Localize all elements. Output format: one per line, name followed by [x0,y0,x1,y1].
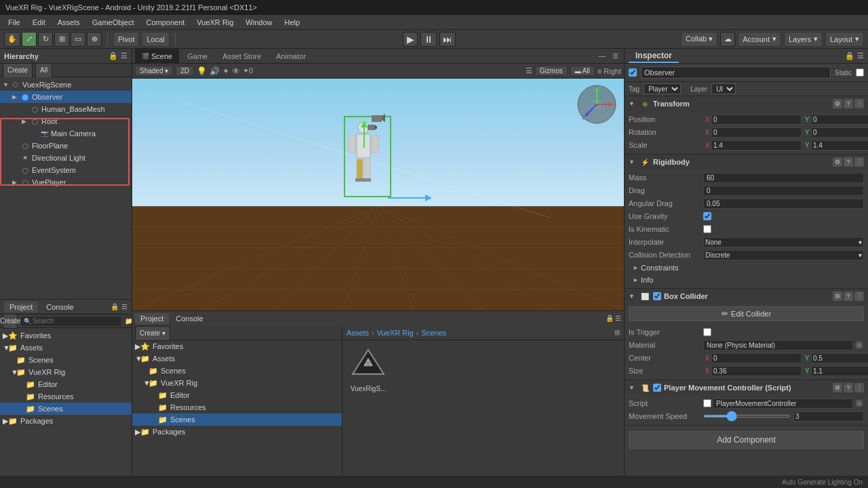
rotate-tool[interactable]: ↻ [38,32,53,47]
scale-tool[interactable]: ⊞ [54,32,69,47]
scene-maximize-icon[interactable]: ☰ [610,52,621,60]
tab-project-bottom[interactable]: Project [135,313,169,324]
bc-help-btn[interactable]: ? [844,291,853,301]
scale-x-input[interactable] [711,140,802,150]
boxcollider-enable[interactable] [653,292,661,300]
layers-filter-btn[interactable]: ▬ All [570,66,595,76]
project-item-vuexrrig[interactable]: ▼ 📁 VueXR Rig [0,366,132,378]
pm-enable[interactable] [653,384,661,392]
material-input[interactable] [703,340,853,350]
playermovement-header[interactable]: ▼ 📜 Player Movement Controller (Script) … [625,380,868,395]
menu-assets[interactable]: Assets [52,17,85,28]
hierarchy-item-directionallight[interactable]: ☀ Directional Light [0,152,132,164]
rb-overflow-btn[interactable]: ⋮ [854,157,864,167]
hierarchy-item-maincamera[interactable]: 📷 Main Camera [0,127,132,140]
tab-scene[interactable]: 🎬 Scene [135,49,179,64]
rot-y-input[interactable] [811,127,868,138]
tab-animator[interactable]: Animator [269,49,313,64]
center-y-input[interactable] [811,353,868,363]
cloud-button[interactable]: ☁ [720,32,735,47]
tab-console[interactable]: Console [41,302,79,312]
transform-header[interactable]: ▼ ⊕ Transform ⚙ ? ⋮ [625,96,868,111]
bottom-menu-icon[interactable]: ☰ [615,314,621,322]
project-icon1[interactable]: 📁 [125,317,132,325]
gizmos-btn[interactable]: Gizmos [535,66,568,76]
edit-collider-btn[interactable]: ✏ Edit Collider [629,306,864,321]
file-create-btn[interactable]: Create ▾ [135,326,170,341]
tab-console-bottom[interactable]: Console [170,313,208,324]
collision-dropdown[interactable]: Discrete ▾ [703,250,864,260]
script-check[interactable] [703,399,711,407]
hierarchy-search-btn[interactable]: All [35,63,52,78]
move-tool[interactable]: ⤢ [22,32,37,47]
file-scenes[interactable]: 📁 Scenes [132,365,342,377]
play-button[interactable]: ▶ [403,32,418,47]
file-vuexr-rig[interactable]: ▼ 📁 VueXR Rig [132,377,342,389]
movement-speed-slider[interactable] [703,415,791,418]
menu-vuexr[interactable]: VueXR Rig [191,17,239,28]
breadcrumb-scenes[interactable]: Scenes [421,329,446,337]
menu-edit[interactable]: Edit [27,17,51,28]
project-item-resources[interactable]: 📁 Resources [0,390,132,403]
project-lock-icon[interactable]: 🔒 [111,303,119,310]
hierarchy-item-eventsystem[interactable]: ◯ EventSystem [0,164,132,176]
menu-component[interactable]: Component [140,17,190,28]
breadcrumb-assets[interactable]: Assets [347,329,369,337]
project-search-input[interactable] [33,317,119,325]
scene-view[interactable]: Y X Z [132,79,624,310]
hierarchy-create-btn[interactable]: Create [3,63,33,78]
file-favorites[interactable]: ▶ ⭐ Favorites [132,340,342,352]
pm-help-btn[interactable]: ? [844,383,853,392]
tag-select[interactable]: Player [644,83,681,94]
shaded-btn[interactable]: Shaded ▾ [135,66,173,76]
account-dropdown[interactable]: Account ▾ [738,32,781,47]
pause-button[interactable]: ⏸ [420,32,437,47]
hierarchy-item-humanbasemesh[interactable]: ◯ Human_BaseMesh [0,103,132,115]
material-select-btn[interactable]: ○ [854,340,864,350]
scene-close-icon[interactable]: — [596,52,608,60]
boxcollider-header[interactable]: ▼ ⬜ Box Collider ⚙ ? ⋮ [625,289,868,304]
project-item-editor[interactable]: 📁 Editor [0,378,132,390]
2d-btn[interactable]: 2D [176,66,194,76]
next-button[interactable]: ⏭ [439,32,456,47]
mass-input[interactable] [703,173,864,183]
bc-overflow-btn[interactable]: ⋮ [854,291,864,301]
audio-icon[interactable]: 🔊 [210,66,220,76]
pos-x-input[interactable] [711,115,802,125]
hierarchy-item-vuexrigscene[interactable]: ▼ ⬡ VuexRigScene [0,79,132,91]
effect-icon[interactable]: ✦ [222,66,229,76]
bottom-lock-icon[interactable]: 🔒 [606,314,614,322]
pm-overflow-btn[interactable]: ⋮ [854,383,864,392]
menu-file[interactable]: File [3,17,26,28]
script-select-btn[interactable]: ○ [854,399,864,408]
hidden-icon[interactable]: 👁 [232,66,240,76]
is-kinematic-checkbox[interactable] [703,225,711,233]
size-y-input[interactable] [811,366,868,376]
hierarchy-item-vueplayer[interactable]: ▶ ◯ VuePlayer [0,176,132,188]
hand-tool[interactable]: ✋ [4,32,20,47]
file-scenes-selected[interactable]: 📁 Scenes [132,413,342,426]
project-item-scenes-subfolder[interactable]: 📁 Scenes [0,403,132,415]
layer-select[interactable]: UI [711,83,736,94]
info-foldout[interactable]: ► Info [629,274,864,286]
project-item-assets[interactable]: ▼ 📁 Assets [0,342,132,354]
project-create-btn[interactable]: Create [3,314,18,329]
breadcrumb-vuexr[interactable]: VueXR Rig [377,329,414,337]
rot-x-input[interactable] [711,127,802,138]
hierarchy-lock-icon[interactable]: 🔒 [108,52,118,60]
layout-dropdown[interactable]: Layout ▾ [825,32,864,47]
constraints-foldout[interactable]: ► Constraints [629,262,864,274]
transform-help-btn[interactable]: ? [844,99,853,108]
rb-settings-btn[interactable]: ⚙ [833,157,842,167]
add-component-button[interactable]: Add Component [629,431,864,449]
transform-settings-btn[interactable]: ⚙ [833,99,842,108]
size-x-input[interactable] [711,366,802,376]
pivot-dropdown[interactable]: Pivot [113,32,139,47]
script-input[interactable] [713,399,853,409]
tab-inspector[interactable]: Inspector [629,49,679,63]
scene-gizmo[interactable]: Y X Z [576,84,617,125]
object-name-input[interactable] [641,66,831,79]
inspector-menu-icon[interactable]: ☰ [857,52,864,60]
rect-tool[interactable]: ▭ [71,32,85,47]
file-editor[interactable]: 📁 Editor [132,389,342,401]
